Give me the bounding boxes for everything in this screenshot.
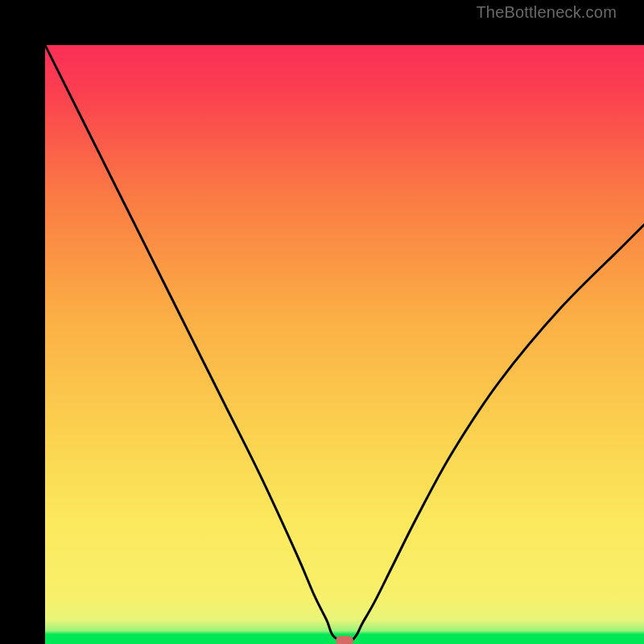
optimum-marker	[336, 636, 353, 644]
plot-area	[45, 45, 644, 644]
bottleneck-curve	[45, 45, 644, 644]
chart-frame	[0, 0, 644, 644]
watermark-text: TheBottleneck.com	[476, 3, 617, 22]
